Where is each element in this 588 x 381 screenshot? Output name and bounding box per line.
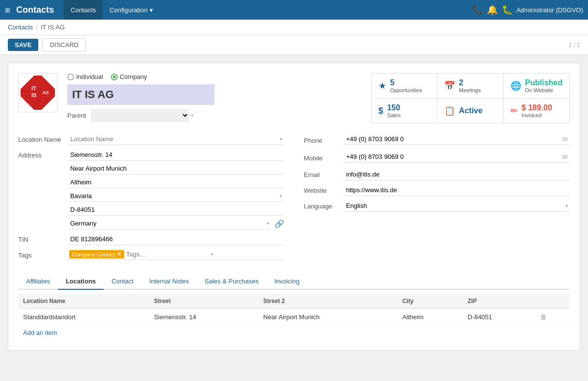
company-logo: IT IS AG — [18, 73, 57, 112]
parent-arrow: ▾ — [191, 113, 193, 118]
phone-row: Phone ✉ — [304, 133, 570, 147]
type-company[interactable]: Company — [111, 73, 147, 80]
stat-opportunities[interactable]: ★ 5 Opportunities — [372, 74, 437, 99]
mobile-field: ✉ — [343, 151, 570, 163]
parent-field: Parent ▾ — [67, 109, 361, 122]
row-delete: 🗑 — [535, 309, 570, 325]
tags-input[interactable] — [126, 251, 209, 258]
phone-input[interactable] — [343, 133, 560, 145]
stat-meetings[interactable]: 📅 2 Meetings — [437, 74, 503, 99]
tin-row: TIN — [18, 233, 284, 245]
svg-rect-0 — [21, 76, 55, 110]
mobile-input[interactable] — [343, 151, 560, 162]
tab-invoicing[interactable]: Invoicing — [267, 274, 307, 290]
calendar-icon: 📅 — [444, 80, 455, 91]
sales-label: Sales — [387, 112, 401, 118]
activity-icon[interactable]: 🔔 — [487, 4, 498, 15]
address-row: Address Bavaria ▾ — [18, 149, 284, 229]
col-zip: ZIP — [463, 294, 535, 309]
type-selector: Individual Company — [67, 73, 361, 80]
company-name-input[interactable] — [67, 84, 214, 105]
save-button[interactable]: SAVE — [8, 39, 38, 51]
tags-container[interactable]: Company Contact ✕ ▾ — [67, 249, 284, 260]
external-link-icon[interactable]: 🔗 — [274, 219, 284, 229]
delete-row-icon[interactable]: 🗑 — [540, 313, 547, 321]
language-select[interactable]: English — [343, 200, 565, 211]
website-row: Website — [304, 184, 570, 196]
bug-icon[interactable]: 🐛 — [502, 4, 512, 15]
header-row: IT IS AG Individual Company — [18, 73, 570, 124]
email-input[interactable] — [343, 169, 570, 180]
col-actions — [535, 294, 570, 309]
zip-input[interactable] — [67, 204, 284, 216]
meetings-label: Meetings — [459, 87, 481, 93]
form-right: Phone ✉ Mobile ✉ — [304, 133, 570, 264]
email-label: Email — [304, 171, 343, 178]
sales-number: 150 — [387, 103, 401, 112]
apps-icon[interactable]: ⊞ — [5, 6, 10, 14]
company-info: Individual Company Parent ▾ — [67, 73, 361, 124]
stat-published[interactable]: 🌐 Published On Website — [504, 74, 569, 99]
nav-configuration[interactable]: Configuration ▾ — [103, 0, 160, 20]
form-card: IT IS AG Individual Company — [8, 63, 580, 351]
add-item-link[interactable]: Add an item — [18, 325, 62, 340]
tag-company-contact: Company Contact ✕ — [69, 250, 124, 258]
tin-input[interactable] — [67, 233, 284, 245]
published-label: On Website — [525, 87, 562, 93]
email-row: Email — [304, 169, 570, 180]
street2-input[interactable] — [67, 163, 284, 175]
street1-input[interactable] — [67, 149, 284, 161]
svg-text:IT: IT — [31, 85, 36, 91]
table-row: Standdardstandort Siemensstr. 14 Near Ai… — [18, 309, 570, 325]
mobile-mail-icon[interactable]: ✉ — [560, 153, 570, 161]
language-label: Language — [304, 203, 343, 210]
state-select[interactable]: Bavaria — [67, 190, 280, 202]
individual-radio[interactable] — [67, 74, 74, 80]
form-fields: Location Name ▾ Address — [18, 133, 570, 264]
opportunities-number: 5 — [390, 78, 422, 87]
tab-affiliates[interactable]: Affiliates — [18, 274, 58, 290]
invoiced-label: Invoiced — [522, 112, 552, 118]
company-radio[interactable] — [111, 74, 118, 80]
tab-sales-purchases[interactable]: Sales & Purchases — [197, 274, 267, 290]
mobile-row: Mobile ✉ — [304, 151, 570, 165]
invoiced-number: $ 189.00 — [522, 103, 552, 112]
phone-mail-icon[interactable]: ✉ — [560, 135, 570, 143]
state-arrow: ▾ — [280, 193, 282, 199]
breadcrumb-separator: / — [36, 24, 38, 31]
clipboard-icon: 📋 — [444, 105, 455, 116]
phone-icon[interactable]: 📞 — [472, 4, 483, 15]
nav-contacts[interactable]: Contacts — [64, 0, 103, 20]
row-street: Siemensstr. 14 — [149, 309, 259, 325]
stat-invoiced[interactable]: ✏ $ 189.00 Invoiced — [504, 99, 569, 123]
admin-label[interactable]: Administrator (DSGVO) — [516, 6, 583, 14]
app-title: Contacts — [16, 5, 54, 15]
country-select[interactable]: Germany — [67, 218, 267, 229]
discard-button[interactable]: DISCARD — [42, 38, 86, 51]
locations-tab-content: Location Name Street Street 2 City ZIP S… — [18, 294, 570, 340]
breadcrumb-parent[interactable]: Contacts — [8, 24, 33, 31]
published-number: Published — [525, 78, 562, 87]
stat-sales[interactable]: $ 150 Sales — [372, 99, 437, 123]
stat-active[interactable]: 📋 Active — [437, 99, 503, 123]
location-name-row: Location Name ▾ — [18, 133, 284, 145]
location-name-label: Location Name — [18, 133, 67, 143]
parent-select[interactable] — [91, 109, 189, 122]
svg-text:IS: IS — [31, 92, 36, 98]
meetings-number: 2 — [459, 78, 481, 87]
city-input[interactable] — [67, 177, 284, 188]
tag-remove-btn[interactable]: ✕ — [117, 251, 121, 257]
opportunities-label: Opportunities — [390, 87, 422, 93]
tab-locations[interactable]: Locations — [58, 274, 104, 290]
country-select-wrap: Germany ▾ — [67, 218, 271, 229]
website-input[interactable] — [343, 184, 570, 196]
parent-label: Parent — [67, 112, 86, 119]
tab-contact[interactable]: Contact — [104, 274, 141, 290]
location-name-input[interactable] — [67, 133, 280, 145]
tab-internal-notes[interactable]: Internal Notes — [141, 274, 197, 290]
type-individual[interactable]: Individual — [67, 73, 103, 80]
main-content: IT IS AG Individual Company — [0, 55, 588, 358]
edit-icon: ✏ — [510, 105, 518, 116]
form-left: Location Name ▾ Address — [18, 133, 284, 264]
stats-area: ★ 5 Opportunities 📅 2 Meetings 🌐 — [371, 73, 570, 124]
